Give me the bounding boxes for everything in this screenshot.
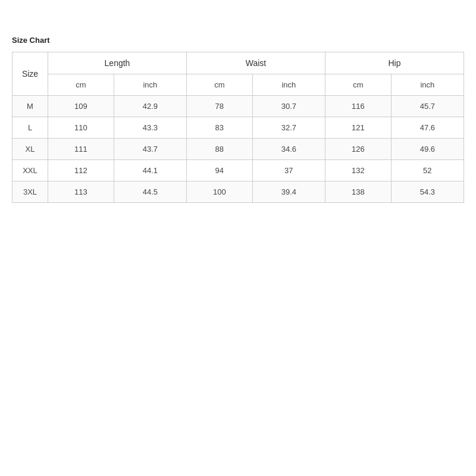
size-cell: L bbox=[12, 117, 48, 139]
hip-cm-cell: 116 bbox=[325, 96, 391, 117]
main-container: Size Chart Size Length Waist Hip cm inch… bbox=[12, 36, 464, 203]
table-row: XXL11244.1943713252 bbox=[12, 160, 464, 181]
hip-inch-cell: 45.7 bbox=[391, 96, 464, 117]
size-header: Size bbox=[12, 52, 48, 96]
size-cell: 3XL bbox=[12, 181, 48, 203]
hip-inch-cell: 47.6 bbox=[391, 117, 464, 139]
waist-cm-cell: 94 bbox=[186, 160, 252, 181]
hip-inch-cell: 49.6 bbox=[391, 139, 464, 160]
length-inch-header: inch bbox=[114, 74, 186, 96]
hip-group-header: Hip bbox=[325, 52, 464, 74]
waist-cm-header: cm bbox=[186, 74, 252, 96]
table-row: M10942.97830.711645.7 bbox=[12, 96, 464, 117]
length-cm-header: cm bbox=[48, 74, 114, 96]
waist-inch-cell: 30.7 bbox=[252, 96, 325, 117]
hip-cm-cell: 126 bbox=[325, 139, 391, 160]
waist-inch-header: inch bbox=[252, 74, 325, 96]
hip-inch-cell: 52 bbox=[391, 160, 464, 181]
size-cell: XXL bbox=[12, 160, 48, 181]
length-cm-cell: 111 bbox=[48, 139, 114, 160]
hip-inch-cell: 54.3 bbox=[391, 181, 464, 203]
waist-inch-cell: 34.6 bbox=[252, 139, 325, 160]
table-row: XL11143.78834.612649.6 bbox=[12, 139, 464, 160]
waist-cm-cell: 100 bbox=[186, 181, 252, 203]
waist-cm-cell: 83 bbox=[186, 117, 252, 139]
size-cell: M bbox=[12, 96, 48, 117]
hip-cm-cell: 138 bbox=[325, 181, 391, 203]
size-chart-table: Size Length Waist Hip cm inch cm inch cm… bbox=[12, 52, 464, 203]
length-inch-cell: 42.9 bbox=[114, 96, 186, 117]
hip-cm-cell: 121 bbox=[325, 117, 391, 139]
length-inch-cell: 43.7 bbox=[114, 139, 186, 160]
hip-cm-cell: 132 bbox=[325, 160, 391, 181]
hip-inch-header: inch bbox=[391, 74, 464, 96]
length-cm-cell: 112 bbox=[48, 160, 114, 181]
length-inch-cell: 43.3 bbox=[114, 117, 186, 139]
waist-inch-cell: 37 bbox=[252, 160, 325, 181]
length-group-header: Length bbox=[48, 52, 187, 74]
hip-cm-header: cm bbox=[325, 74, 391, 96]
waist-group-header: Waist bbox=[186, 52, 325, 74]
waist-cm-cell: 88 bbox=[186, 139, 252, 160]
length-inch-cell: 44.1 bbox=[114, 160, 186, 181]
waist-inch-cell: 39.4 bbox=[252, 181, 325, 203]
waist-cm-cell: 78 bbox=[186, 96, 252, 117]
table-row: 3XL11344.510039.413854.3 bbox=[12, 181, 464, 203]
page-title: Size Chart bbox=[12, 36, 464, 45]
length-inch-cell: 44.5 bbox=[114, 181, 186, 203]
length-cm-cell: 110 bbox=[48, 117, 114, 139]
waist-inch-cell: 32.7 bbox=[252, 117, 325, 139]
table-row: L11043.38332.712147.6 bbox=[12, 117, 464, 139]
length-cm-cell: 113 bbox=[48, 181, 114, 203]
size-cell: XL bbox=[12, 139, 48, 160]
length-cm-cell: 109 bbox=[48, 96, 114, 117]
